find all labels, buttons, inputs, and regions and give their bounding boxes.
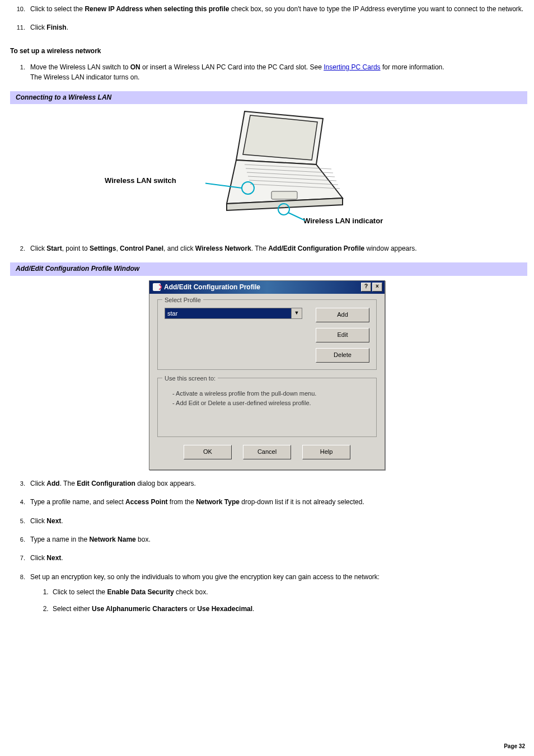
t: , point to: [62, 245, 90, 252]
wireless-icon: [153, 283, 161, 291]
sub-step-2: Select either Use Alphanumeric Character…: [50, 604, 527, 614]
caption-bar-connecting: Connecting to a Wireless LAN: [7, 91, 527, 104]
t: .: [61, 517, 63, 525]
text: check box, so you don't have to type the…: [229, 5, 523, 13]
dialog-add-edit-profile: Add/Edit Configuration Profile ? × Selec…: [149, 280, 385, 470]
b: Add/Edit Configuration Profile: [268, 245, 364, 252]
edit-button[interactable]: Edit: [316, 328, 369, 342]
ok-button[interactable]: OK: [184, 445, 232, 459]
bold: Renew IP Address when selecting this pro…: [85, 5, 229, 13]
use-line-2: - Add Edit or Delete a user-defined wire…: [172, 399, 369, 408]
link-inserting-pc-cards[interactable]: Inserting PC Cards: [324, 63, 380, 71]
b: Wireless Network: [195, 245, 251, 252]
section-heading-wireless: To set up a wireless network: [10, 46, 527, 56]
t: Click: [30, 517, 46, 525]
setup-step-1: Move the Wireless LAN switch to ON or in…: [27, 63, 527, 82]
t: Click to select the: [53, 588, 107, 596]
b: Start: [46, 245, 62, 252]
t: Click: [30, 245, 46, 252]
t: Click: [30, 554, 46, 562]
b: Settings: [90, 245, 116, 252]
t: .: [61, 554, 63, 562]
use-line-1: - Activate a wireless profile from the p…: [172, 389, 369, 398]
groupbox-title: Select Profile: [162, 296, 203, 305]
b: Use Alphanumeric Characters: [92, 605, 188, 613]
text: .: [67, 24, 68, 31]
text: Set up an encryption key, so only the in…: [30, 573, 380, 581]
text: Click to select the: [30, 5, 85, 13]
setup-step-7: Click Next.: [27, 553, 527, 563]
close-button[interactable]: ×: [372, 283, 382, 292]
help-button-footer[interactable]: Help: [302, 445, 350, 459]
b: Next: [46, 554, 61, 562]
dialog-title: Add/Edit Configuration Profile: [164, 283, 260, 292]
t: . The: [60, 480, 77, 487]
sub-step-1: Click to select the Enable Data Security…: [50, 588, 527, 597]
b: Use Hexadecimal: [197, 605, 252, 613]
text: The Wireless LAN indicator turns on.: [30, 73, 139, 81]
setup-list-cont2: Click Add. The Edit Configuration dialog…: [7, 479, 527, 614]
figure-laptop: Wireless LAN switch Wireless LAN indicat…: [7, 109, 527, 234]
dialog-titlebar: Add/Edit Configuration Profile ? ×: [149, 281, 385, 294]
svg-line-10: [288, 213, 305, 220]
step-11: Click Finish.: [27, 23, 527, 32]
b: Edit Configuration: [77, 480, 135, 487]
label-wireless-switch: Wireless LAN switch: [105, 176, 176, 186]
text: or insert a Wireless LAN PC Card into th…: [140, 63, 324, 71]
groupbox-title-2: Use this screen to:: [162, 374, 218, 383]
combo-value: star: [165, 308, 291, 319]
text: Click: [30, 24, 46, 31]
text: Move the Wireless LAN switch to: [30, 63, 130, 71]
b: Next: [46, 517, 61, 525]
setup-step-5: Click Next.: [27, 516, 527, 526]
profile-combobox[interactable]: star ▼: [165, 308, 302, 319]
groupbox-use-this: Use this screen to: - Activate a wireles…: [157, 378, 377, 437]
add-button[interactable]: Add: [316, 308, 369, 322]
setup-step-6: Type a name in the Network Name box.: [27, 535, 527, 544]
t: Select either: [53, 605, 92, 613]
bold: Finish: [46, 24, 66, 31]
t: drop-down list if it is not already sele…: [240, 498, 364, 506]
t: check box.: [174, 588, 208, 596]
t: . The: [251, 245, 268, 252]
bold: ON: [130, 63, 140, 71]
t: or: [188, 605, 197, 613]
cancel-button[interactable]: Cancel: [243, 445, 291, 459]
t: box.: [136, 536, 151, 543]
b: Access Point: [125, 498, 167, 506]
b: Enable Data Security: [107, 588, 174, 596]
chevron-down-icon[interactable]: ▼: [291, 308, 302, 319]
text: for more information.: [381, 63, 444, 71]
t: from the: [167, 498, 196, 506]
t: dialog box appears.: [135, 480, 196, 487]
t: window appears.: [364, 245, 416, 252]
svg-rect-6: [271, 191, 297, 199]
b: Network Name: [89, 536, 135, 543]
continuation-list: Click to select the Renew IP Address whe…: [7, 4, 527, 33]
setup-step-3: Click Add. The Edit Configuration dialog…: [27, 479, 527, 489]
groupbox-select-profile: Select Profile star ▼ Add Edit Delete: [157, 299, 377, 370]
b: Control Panel: [120, 245, 163, 252]
step-10: Click to select the Renew IP Address whe…: [27, 4, 527, 14]
help-button[interactable]: ?: [361, 283, 371, 292]
setup-step-2: Click Start, point to Settings, Control …: [27, 244, 527, 253]
setup-list: Move the Wireless LAN switch to ON or in…: [7, 63, 527, 82]
t: Type a profile name, and select: [30, 498, 125, 506]
encryption-sublist: Click to select the Enable Data Security…: [30, 588, 527, 614]
b: Network Type: [196, 498, 240, 506]
t: .: [252, 605, 254, 613]
delete-button[interactable]: Delete: [316, 348, 369, 363]
t: Click: [30, 480, 46, 487]
figure-dialog: Add/Edit Configuration Profile ? × Selec…: [7, 280, 527, 470]
setup-list-cont: Click Start, point to Settings, Control …: [7, 244, 527, 253]
setup-step-4: Type a profile name, and select Access P…: [27, 497, 527, 507]
setup-step-8: Set up an encryption key, so only the in…: [27, 572, 527, 614]
t: , and click: [163, 245, 195, 252]
caption-bar-dialog: Add/Edit Configuration Profile Window: [7, 262, 527, 275]
t: Type a name in the: [30, 536, 89, 543]
b: Add: [46, 480, 59, 487]
laptop-illustration: [205, 109, 351, 226]
